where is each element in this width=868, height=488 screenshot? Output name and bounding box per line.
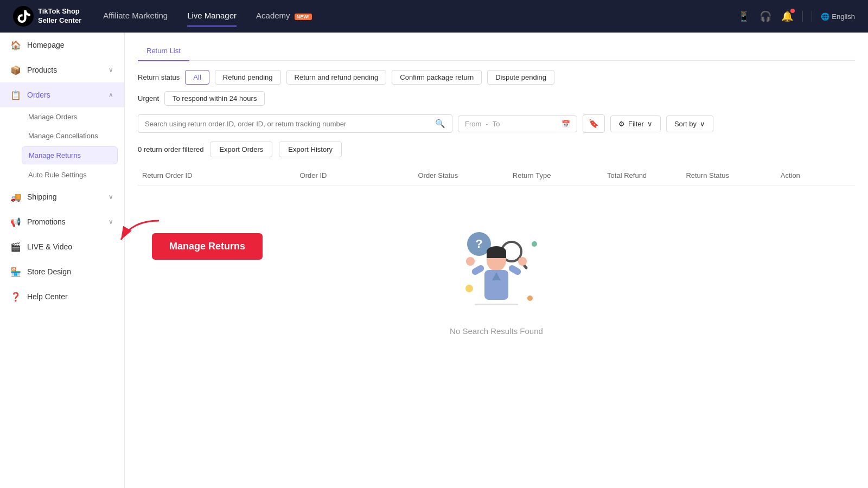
sidebar: 🏠 Homepage 📦 Products ∨ 📋 Orders ∧ Manag…: [0, 33, 125, 488]
chevron-down-icon-2: ∨: [108, 193, 113, 201]
return-status-label: Return status: [138, 73, 180, 81]
divider2: [812, 11, 812, 22]
search-row: 🔍 From - To 📅 🔖 ⚙ Filter ∨ Sort by ∨: [138, 114, 855, 133]
nav-live-manager[interactable]: Live Manager: [187, 11, 237, 22]
bookmark-button[interactable]: 🔖: [583, 114, 605, 133]
headset-icon[interactable]: 🎧: [759, 10, 772, 23]
sidebar-products-label: Products: [27, 66, 102, 74]
sidebar-item-products[interactable]: 📦 Products ∨: [0, 57, 124, 82]
divider: [802, 11, 803, 22]
sidebar-shipping-label: Shipping: [27, 192, 102, 201]
chevron-down-icon-filter: ∨: [647, 120, 653, 128]
date-from-label: From: [465, 120, 481, 128]
export-row: 0 return order filtered Export Orders Ex…: [138, 142, 855, 157]
empty-state: ?: [138, 185, 855, 368]
svg-text:?: ?: [475, 237, 482, 251]
svg-rect-11: [508, 264, 522, 276]
date-to-label: To: [493, 120, 500, 128]
logo-text: TikTok Shop Seller Center: [38, 7, 81, 25]
sidebar-item-homepage[interactable]: 🏠 Homepage: [0, 33, 124, 57]
promotions-icon: 📢: [11, 217, 21, 227]
filter-icon: ⚙: [618, 120, 625, 128]
logo[interactable]: TikTok Shop Seller Center: [13, 6, 81, 27]
empty-illustration: ?: [442, 218, 551, 316]
sidebar-manage-cancellations[interactable]: Manage Cancellations: [0, 126, 124, 145]
search-input[interactable]: [145, 120, 435, 128]
notification-badge: [790, 9, 795, 13]
page-content: Return List Return status All Refund pen…: [125, 33, 868, 488]
status-refund-pending-button[interactable]: Refund pending: [215, 70, 281, 85]
calendar-icon: 📅: [561, 120, 570, 128]
live-icon: 🎬: [11, 242, 21, 252]
col-return-type: Return Type: [508, 171, 603, 179]
empty-state-text: No Search Results Found: [450, 326, 543, 336]
urgent-filter: Urgent To respond within 24 hours: [138, 91, 855, 106]
nav-affiliate-marketing[interactable]: Affiliate Marketing: [103, 11, 168, 22]
main-layout: 🏠 Homepage 📦 Products ∨ 📋 Orders ∧ Manag…: [0, 33, 868, 488]
page-tabs: Return List: [138, 41, 855, 61]
svg-rect-10: [471, 264, 486, 276]
date-range-picker[interactable]: From - To 📅: [458, 115, 577, 132]
status-dispute-pending-button[interactable]: Dispute pending: [487, 70, 554, 85]
academy-badge: NEW!: [295, 14, 312, 20]
status-confirm-package-return-button[interactable]: Confirm package return: [392, 70, 482, 85]
svg-point-15: [465, 285, 473, 292]
svg-point-13: [518, 257, 527, 266]
svg-point-14: [532, 241, 537, 247]
sidebar-store-label: Store Design: [27, 267, 113, 276]
sidebar-homepage-label: Homepage: [27, 41, 113, 49]
filter-button[interactable]: ⚙ Filter ∨: [610, 115, 661, 132]
sidebar-item-promotions[interactable]: 📢 Promotions ∨: [0, 209, 124, 234]
export-orders-button[interactable]: Export Orders: [210, 142, 272, 157]
tab-return-list[interactable]: Return List: [138, 41, 189, 61]
col-order-id: Order ID: [296, 171, 414, 179]
sidebar-item-shipping[interactable]: 🚚 Shipping ∨: [0, 184, 124, 209]
svg-point-12: [466, 257, 475, 266]
content-area: Return List Return status All Refund pen…: [125, 33, 868, 488]
sidebar-item-help-center[interactable]: ❓ Help Center: [0, 284, 124, 309]
search-box[interactable]: 🔍: [138, 114, 452, 133]
col-total-refund: Total Refund: [603, 171, 681, 179]
home-icon: 🏠: [11, 40, 21, 50]
svg-rect-7: [487, 252, 506, 258]
svg-rect-17: [475, 304, 518, 305]
orders-icon: 📋: [11, 90, 21, 100]
date-dash: -: [486, 120, 488, 128]
sidebar-item-store-design[interactable]: 🏪 Store Design: [0, 259, 124, 284]
top-navigation: TikTok Shop Seller Center Affiliate Mark…: [0, 0, 868, 33]
sort-label: Sort by: [674, 120, 697, 128]
sidebar-manage-orders[interactable]: Manage Orders: [0, 107, 124, 126]
store-icon: 🏪: [11, 267, 21, 277]
urgent-24h-button[interactable]: To respond within 24 hours: [164, 91, 265, 106]
svg-point-16: [527, 296, 533, 301]
phone-icon[interactable]: 📱: [737, 10, 750, 23]
language-selector[interactable]: 🌐 English: [821, 12, 855, 21]
col-return-status: Return Status: [681, 171, 776, 179]
col-action: Action: [776, 171, 855, 179]
sidebar-promotions-label: Promotions: [27, 217, 102, 226]
shipping-icon: 🚚: [11, 192, 21, 202]
sidebar-live-label: LIVE & Video: [27, 242, 113, 251]
search-icon: 🔍: [435, 119, 445, 129]
sidebar-manage-returns[interactable]: Manage Returns: [22, 146, 118, 164]
sidebar-item-live-video[interactable]: 🎬 LIVE & Video: [0, 234, 124, 259]
filter-label: Filter: [628, 120, 644, 128]
sidebar-auto-rule-settings[interactable]: Auto Rule Settings: [0, 165, 124, 184]
sidebar-help-label: Help Center: [27, 292, 113, 301]
nav-academy[interactable]: Academy NEW!: [256, 11, 312, 22]
chevron-down-icon: ∨: [108, 66, 113, 74]
sidebar-orders-label: Orders: [27, 91, 102, 99]
sort-button[interactable]: Sort by ∨: [666, 115, 713, 132]
chevron-down-icon-3: ∨: [108, 218, 113, 226]
svg-point-0: [13, 6, 34, 27]
nav-links: Affiliate Marketing Live Manager Academy…: [103, 11, 716, 22]
return-status-filter: Return status All Refund pending Return …: [138, 70, 855, 85]
status-all-button[interactable]: All: [185, 70, 209, 85]
chevron-down-icon-sort: ∨: [700, 120, 705, 128]
urgent-label: Urgent: [138, 94, 159, 102]
status-return-refund-pending-button[interactable]: Return and refund pending: [286, 70, 387, 85]
sidebar-item-orders[interactable]: 📋 Orders ∧: [0, 82, 124, 107]
export-history-button[interactable]: Export History: [279, 142, 342, 157]
bell-icon[interactable]: 🔔: [781, 10, 794, 23]
nav-right-icons: 📱 🎧 🔔 🌐 English: [737, 10, 855, 23]
